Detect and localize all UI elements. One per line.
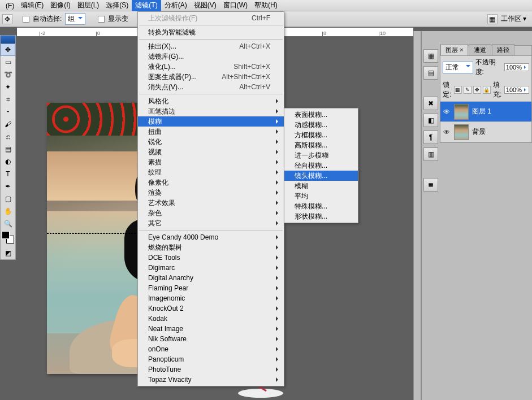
menu-layer[interactable]: 图层(L) [74,0,103,11]
blur-特殊模糊...[interactable]: 特殊模糊... [284,201,358,211]
dodge-tool[interactable]: ◐ [1,155,15,168]
filter-扭曲[interactable]: 扭曲 [138,127,284,137]
filter-渲染[interactable]: 渲染 [138,188,284,198]
plugin-DCE-Tools[interactable]: DCE Tools [138,253,284,263]
stamp-tool[interactable]: ⎌ [1,131,15,143]
show-transform-checkbox[interactable] [98,16,105,23]
layer-row[interactable]: 👁背景 [440,122,531,142]
filter-素描[interactable]: 素描 [138,157,284,167]
plugin-onOne[interactable]: onOne [138,344,284,354]
menu-filter[interactable]: 滤镜(T) [132,0,161,11]
filter-杂色[interactable]: 杂色 [138,208,284,218]
filter-风格化[interactable]: 风格化 [138,96,284,106]
marquee-tool[interactable]: ▭ [1,56,15,68]
tab-channels[interactable]: 通道 [469,44,491,55]
workspace-button[interactable]: 工作区 ▾ [501,14,526,24]
plugin-PhotoTune[interactable]: PhotoTune [138,364,284,375]
menu-analysis[interactable]: 分析(A) [161,0,191,11]
lock-all-icon[interactable]: 🔒 [483,86,491,94]
shape-tool[interactable]: ▢ [1,193,15,205]
wand-tool[interactable]: ✦ [1,81,15,93]
plugin-Nik-Software[interactable]: Nik Software [138,334,284,344]
menu-image[interactable]: 图像(I) [47,0,73,11]
move-tool[interactable]: ✥ [1,44,15,56]
opacity-input[interactable]: 100% [504,63,529,71]
filter-画笔描边[interactable]: 画笔描边 [138,106,284,116]
plugin-Panopticum[interactable]: Panopticum [138,354,284,364]
gradient-tool[interactable]: ▤ [1,143,15,155]
filter-gallery[interactable]: 滤镜库(G)... [138,51,284,62]
blur-进一步模糊[interactable]: 进一步模糊 [284,150,358,160]
plugin-Topaz-Vivacity[interactable]: Topaz Vivacity [138,375,284,385]
blur-径向模糊...[interactable]: 径向模糊... [284,160,358,171]
filter-pattern[interactable]: 图案生成器(P)...Alt+Shift+Ctrl+X [138,72,284,82]
plugin-燃烧的梨树[interactable]: 燃烧的梨树 [138,242,284,253]
menu-help[interactable]: 帮助(H) [251,0,281,11]
auto-select-checkbox[interactable] [23,16,29,23]
crop-tool[interactable]: ⌗ [1,93,15,106]
blur-平均[interactable]: 平均 [284,191,358,201]
fill-input[interactable]: 100% [504,86,529,94]
plugin-Kodak[interactable]: Kodak [138,314,284,324]
auto-select-dropdown[interactable]: 组 [65,13,85,25]
dock-swatch-icon[interactable]: ▥ [423,147,438,161]
plugin-Digital-Anarchy[interactable]: Digital Anarchy [138,273,284,283]
plugin-Neat-Image[interactable]: Neat Image [138,324,284,334]
lasso-tool[interactable]: ➰ [1,68,15,81]
brush-tool[interactable]: 🖌 [1,118,15,131]
visibility-icon[interactable]: 👁 [443,128,451,136]
filter-liquify[interactable]: 液化(L)...Shift+Ctrl+X [138,62,284,72]
pen-tool[interactable]: ✒ [1,180,15,193]
color-swatches[interactable] [1,230,15,247]
quickmask-tool[interactable]: ◩ [1,247,15,259]
dock-navigator-icon[interactable]: ▦ [423,49,438,63]
dock-char-icon[interactable]: ¶ [423,131,438,144]
type-tool[interactable]: T [1,168,15,180]
menu-view[interactable]: 视图(V) [191,0,220,11]
menu-select[interactable]: 选择(S) [102,0,132,11]
tab-layers[interactable]: 图层 × [440,44,468,55]
eyedropper-tool[interactable]: ⁃ [1,106,15,118]
lock-position-icon[interactable]: ✥ [473,86,481,94]
blur-方框模糊...[interactable]: 方框模糊... [284,130,358,140]
layer-row[interactable]: 👁图层 1 [440,102,531,122]
filter-smart[interactable]: 转换为智能滤镜 [138,27,284,37]
filter-艺术效果[interactable]: 艺术效果 [138,198,284,208]
blend-mode-dropdown[interactable]: 正常 [443,62,473,73]
plugin-Imagenomic[interactable]: Imagenomic [138,293,284,303]
filter-模糊[interactable]: 模糊 [138,116,284,127]
lock-pixels-icon[interactable]: ✎ [464,86,472,94]
plugin-KnockOut-2[interactable]: KnockOut 2 [138,303,284,314]
hand-tool[interactable]: ✋ [1,205,15,218]
menu-window[interactable]: 窗口(W) [220,0,251,11]
filter-last[interactable]: 上次滤镜操作(F)Ctrl+F [138,13,284,23]
plugin-Digimarc[interactable]: Digimarc [138,263,284,273]
tab-paths[interactable]: 路径 [492,44,514,55]
lock-transparent-icon[interactable]: ▦ [454,86,462,94]
filter-其它[interactable]: 其它 [138,218,284,228]
dock-info-icon[interactable]: ≣ [423,178,438,192]
blur-镜头模糊...[interactable]: 镜头模糊... [284,171,358,181]
plugin-Eye-Candy-4000-Demo[interactable]: Eye Candy 4000 Demo [138,232,284,242]
menu-file[interactable]: (F) [2,1,18,11]
blur-模糊[interactable]: 模糊 [284,181,358,191]
dock-tools-icon[interactable]: ✖ [423,97,438,110]
foreground-swatch[interactable] [2,231,10,239]
filter-视频[interactable]: 视频 [138,147,284,157]
dock-brush-icon[interactable]: ◧ [423,114,438,127]
filter-extract[interactable]: 抽出(X)...Alt+Ctrl+X [138,41,284,51]
blur-动感模糊...[interactable]: 动感模糊... [284,120,358,130]
visibility-icon[interactable]: 👁 [443,108,451,116]
filter-vanish[interactable]: 消失点(V)...Alt+Ctrl+V [138,82,284,92]
menu-edit[interactable]: 编辑(E) [18,0,47,11]
plugin-Flaming-Pear[interactable]: Flaming Pear [138,283,284,293]
blur-高斯模糊...[interactable]: 高斯模糊... [284,140,358,150]
screen-mode-icon[interactable]: ▦ [487,14,498,24]
blur-表面模糊...[interactable]: 表面模糊... [284,110,358,120]
toolbox-header[interactable] [1,36,15,44]
filter-像素化[interactable]: 像素化 [138,177,284,188]
blur-形状模糊...[interactable]: 形状模糊... [284,211,358,221]
dock-histogram-icon[interactable]: ▤ [423,66,438,80]
zoom-tool[interactable]: 🔍 [1,218,15,230]
filter-纹理[interactable]: 纹理 [138,167,284,177]
